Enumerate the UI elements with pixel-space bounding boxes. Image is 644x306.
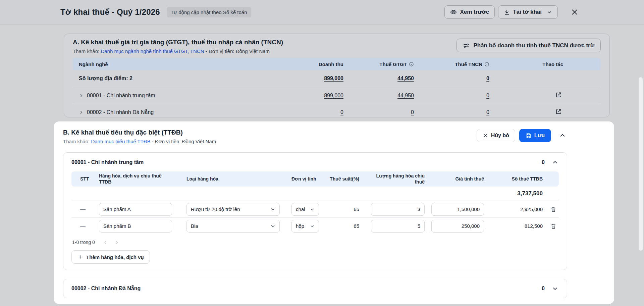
trash-icon[interactable] [550, 222, 557, 230]
col-goods: Hàng hóa, dịch vụ chịu thuế TTĐB [95, 171, 181, 187]
row-stt: — [71, 206, 95, 212]
col-unit: Đơn vị tính [285, 174, 326, 184]
chevron-down-icon [270, 207, 275, 212]
section-a-reference-link[interactable]: Danh mục ngành nghề tính thuế GTGT, TNCN [101, 48, 204, 54]
chevron-down-icon [310, 207, 315, 212]
branch-doanh-thu[interactable]: 899,000 [324, 93, 343, 98]
quantity-input[interactable] [371, 220, 425, 233]
header-actions: Xem trước Tải tờ khai [444, 5, 579, 19]
ttdb-row-1: — Rượu từ 20 độ trở lên chai 65 [71, 201, 559, 217]
price-input[interactable] [431, 203, 484, 216]
ttdb-total-row: 3,737,500 [71, 187, 559, 201]
goods-name-input[interactable] [99, 203, 172, 216]
cancel-button[interactable]: Hủy bỏ [477, 129, 515, 142]
branch-00002-count: 0 [542, 286, 545, 292]
tax-rate-value: 65 [326, 206, 359, 212]
col-nganh-nghe: Ngành nghề [73, 61, 284, 67]
col-thao-tac: Thao tác [490, 61, 601, 67]
save-button[interactable]: Lưu [519, 129, 551, 142]
branch-gtgt[interactable]: 0 [411, 109, 414, 115]
page-title: Tờ khai thuế - Quý 1/2026 [60, 7, 160, 17]
external-link-icon[interactable] [555, 108, 562, 115]
branch-tncn[interactable]: 0 [486, 109, 489, 115]
summary-tncn[interactable]: 0 [486, 75, 489, 81]
unit-select[interactable]: hộp [291, 220, 319, 233]
col-rate: Thuế suất(%) [326, 174, 359, 184]
save-icon [526, 133, 531, 139]
vertical-scrollbar[interactable] [639, 77, 643, 251]
branch-00002-title: 00002 - Chi nhánh Đà Nẵng [71, 286, 141, 292]
add-goods-button[interactable]: Thêm hàng hóa, dịch vụ [71, 250, 150, 264]
chevron-down-icon[interactable] [551, 285, 559, 292]
section-b-panel: B. Kê khai thuế tiêu thụ đặc biệt (TTĐB)… [54, 121, 614, 304]
close-icon[interactable] [571, 8, 579, 16]
sliders-icon [463, 42, 470, 49]
info-icon[interactable] [409, 62, 414, 67]
branch-label: 00002 - Chi nhánh Đà Nẵng [87, 109, 154, 115]
section-a-table-header: Ngành nghề Doanh thu Thuế GTGT Thuế TNCN… [73, 58, 601, 70]
auto-update-badge: Tự động cập nhật theo Sổ kế toán [167, 7, 251, 17]
branch-gtgt[interactable]: 44,950 [397, 93, 414, 98]
chevron-right-icon[interactable] [79, 110, 84, 115]
section-a-card: A. Kê khai thuế giá trị gia tăng (GTGT),… [64, 34, 610, 117]
col-quantity: Lượng hàng hóa chịu thuế [359, 171, 425, 187]
chevron-down-icon [310, 224, 315, 228]
section-b-collapse-chevron-up-icon[interactable] [558, 131, 567, 140]
preview-button[interactable]: Xem trước [444, 5, 495, 19]
col-type: Loại hàng hóa [181, 174, 285, 184]
pagination: 1-0 trong 0 [71, 240, 559, 245]
col-doanh-thu: Doanh thu [284, 61, 344, 67]
chevron-down-icon [547, 9, 552, 15]
branch-label: 00001 - Chi nhánh trung tâm [87, 93, 155, 99]
col-price: Giá tính thuế [425, 174, 484, 184]
unit-select[interactable]: chai [291, 203, 319, 216]
chevron-down-icon [270, 223, 275, 228]
summary-doanh-thu[interactable]: 899,000 [324, 75, 343, 81]
col-stt: STT [71, 174, 95, 184]
section-b-reference-link[interactable]: Danh mục biểu thuế TTĐB [91, 139, 150, 144]
chevron-right-icon[interactable] [79, 93, 84, 98]
col-tax: Số thuế TTĐB [484, 174, 543, 184]
pagination-label: 1-0 trong 0 [72, 240, 95, 245]
goods-type-select[interactable]: Rượu từ 20 độ trở lên [186, 203, 280, 216]
pagination-next-chevron-right-icon[interactable] [114, 240, 119, 245]
plus-icon [77, 254, 83, 260]
branch-tncn[interactable]: 0 [486, 93, 489, 98]
modal-header: Tờ khai thuế - Quý 1/2026 Tự động cập nh… [0, 0, 644, 24]
allocate-revenue-button[interactable]: Phân bổ doanh thu tính thuế TNCN được tr… [457, 39, 601, 52]
x-icon [483, 133, 488, 138]
branch-00002-accordion[interactable]: 00002 - Chi nhánh Đà Nẵng 0 [63, 279, 567, 298]
row-stt: — [71, 223, 95, 229]
goods-name-input[interactable] [99, 220, 172, 233]
branch-row-00002: 00002 - Chi nhánh Đà Nẵng 0 0 0 [73, 104, 601, 120]
summary-gtgt[interactable]: 44,950 [397, 75, 414, 81]
col-thue-gtgt: Thuế GTGT [344, 61, 415, 67]
section-a-title: A. Kê khai thuế giá trị gia tăng (GTGT),… [73, 39, 283, 46]
quantity-input[interactable] [371, 203, 425, 216]
tax-amount-value: 2,925,000 [484, 206, 543, 212]
ttdb-total-value: 3,737,500 [484, 190, 543, 197]
ttdb-table-header: STT Hàng hóa, dịch vụ chịu thuế TTĐB Loạ… [71, 171, 559, 187]
branch-00001-title: 00001 - Chi nhánh trung tâm [71, 159, 144, 165]
section-a-table: Ngành nghề Doanh thu Thuế GTGT Thuế TNCN… [73, 58, 601, 120]
external-link-icon[interactable] [555, 92, 562, 98]
price-input[interactable] [431, 220, 484, 233]
trash-icon[interactable] [550, 206, 557, 213]
branch-00001-header[interactable]: 00001 - Chi nhánh trung tâm 0 [71, 159, 559, 166]
branch-00001-count: 0 [542, 159, 545, 165]
summary-label: Số lượng địa điểm: 2 [73, 75, 284, 82]
goods-type-select[interactable]: Bia [186, 220, 280, 233]
download-icon [504, 9, 510, 15]
col-thue-tncn: Thuế TNCN [415, 61, 490, 67]
eye-icon [450, 9, 457, 15]
tax-rate-value: 65 [326, 223, 359, 229]
pagination-prev-chevron-left-icon[interactable] [103, 240, 108, 245]
tax-amount-value: 812,500 [484, 223, 543, 229]
download-declaration-button[interactable]: Tải tờ khai [498, 5, 558, 19]
section-a-reference: Tham khảo: Danh mục ngành nghề tính thuế… [73, 48, 283, 54]
branch-doanh-thu[interactable]: 0 [340, 109, 343, 115]
info-icon[interactable] [484, 62, 489, 67]
ttdb-table: STT Hàng hóa, dịch vụ chịu thuế TTĐB Loạ… [71, 171, 559, 234]
branch-00001-accordion: 00001 - Chi nhánh trung tâm 0 STT Hàng h… [63, 152, 567, 270]
chevron-up-icon[interactable] [551, 159, 559, 166]
